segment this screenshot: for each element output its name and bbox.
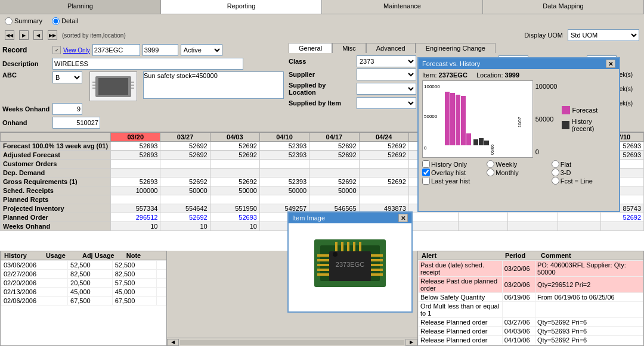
alert-cell: 04/10/06 — [502, 336, 535, 344]
nav-last-btn[interactable]: ▶▶ — [48, 30, 57, 40]
history-cell: 82,500 — [68, 270, 113, 279]
grid-header-0320: 03/20 — [111, 133, 160, 142]
opt-flat[interactable]: Flat — [552, 160, 615, 168]
nav-maintenance[interactable]: Maintenance — [322, 0, 483, 14]
tab-advanced[interactable]: Advanced — [366, 43, 416, 53]
svg-rect-16 — [371, 254, 383, 257]
history-cell: 03/06/2006 — [1, 261, 68, 270]
supplied-by-location-label: Supplied by Location — [289, 82, 354, 96]
alert-cell: 06/19/06 — [502, 293, 535, 302]
alert-cell: Qty=296512 Pri=2 — [535, 277, 643, 293]
nav-next-btn[interactable]: ◀ — [33, 30, 43, 40]
item-image-popup-close[interactable]: ✕ — [398, 214, 408, 222]
list-item: Past due (late) sched. receipt03/20/06PO… — [419, 261, 643, 277]
grid-cell — [210, 160, 259, 169]
grid-cell: 52692 — [160, 213, 210, 222]
scroll-right-btn[interactable]: ▶ — [405, 339, 417, 346]
alert-cell: Below Safety Quantity — [419, 293, 503, 302]
alert-table: Past due (late) sched. receipt03/20/06PO… — [418, 260, 643, 344]
alert-cell: Ord Mult less than or equal to 1 — [419, 302, 503, 318]
location-input[interactable] — [143, 44, 178, 56]
uom-select[interactable]: Std UOM — [568, 29, 639, 41]
grid-cell — [359, 160, 408, 169]
grid-cell — [210, 195, 259, 204]
record-icon[interactable]: ✓ — [52, 46, 61, 54]
opt-fcst-line-r[interactable]: Fcst = Line — [552, 177, 615, 185]
chart-right-side: 100000 50000 0 — [535, 80, 558, 158]
nav-planning[interactable]: Planning — [0, 0, 161, 14]
opt-monthly[interactable]: Monthly — [487, 169, 550, 176]
grid-header-0424: 04/24 — [359, 133, 408, 142]
grid-cell: 52692 — [210, 151, 259, 160]
summary-radio[interactable]: Summary — [5, 17, 42, 25]
list-item: Below Safety Quantity06/19/06From 06/19/… — [419, 293, 643, 302]
detail-radio[interactable]: Detail — [52, 17, 78, 25]
alert-scroll[interactable]: Past due (late) sched. receipt03/20/06PO… — [418, 260, 643, 344]
bar-h1 — [473, 139, 478, 145]
top-navigation: Planning Reporting Maintenance Data Mapp… — [0, 0, 644, 14]
view-only-link[interactable]: View Only — [63, 47, 90, 54]
grid-cell: 52393 — [259, 142, 309, 151]
opt-last-year[interactable]: Last year hist — [422, 177, 486, 185]
svg-rect-20 — [371, 273, 383, 276]
item-input[interactable] — [92, 44, 140, 56]
opt-history-only[interactable]: History Only — [422, 160, 486, 168]
grid-cell — [408, 222, 458, 231]
grid-cell — [459, 213, 508, 222]
abc-select[interactable]: B — [52, 71, 82, 83]
grid-cell: 52692 — [359, 142, 408, 151]
grid-cell: 52693 — [111, 151, 160, 160]
nav-reporting[interactable]: Reporting — [161, 0, 322, 14]
alert-cell — [535, 302, 643, 318]
alert-cell: 04/03/06 — [502, 327, 535, 336]
abc-label: ABC — [2, 71, 50, 79]
tab-misc[interactable]: Misc — [332, 43, 366, 53]
status-select[interactable]: Active — [181, 44, 222, 56]
bar-h3 — [484, 141, 489, 145]
weeks-onhand-input[interactable] — [52, 103, 82, 115]
grid-cell — [600, 222, 643, 231]
history-panel: History Usage Adj Usage Note 03/06/20065… — [0, 251, 167, 346]
forecast-popup-close[interactable]: ✕ — [606, 60, 615, 68]
alert-cell: Qty=52692 Pri=6 — [535, 318, 643, 327]
history-cell — [157, 279, 166, 288]
alert-cell: 03/20/06 — [502, 261, 535, 277]
history-cell — [157, 270, 166, 279]
opt-overlay-hist[interactable]: Overlay hist — [422, 169, 486, 176]
onhand-input[interactable] — [52, 117, 100, 129]
nav-prev-btn[interactable]: ▶ — [19, 30, 29, 40]
forecast-popup-content: Item: 2373EGC Location: 3999 100000 5000… — [419, 69, 619, 187]
alert-cell: PO: 406003RFL Supplier: Qty: 50000 — [535, 261, 643, 277]
tab-general[interactable]: General — [289, 43, 332, 53]
description-input[interactable] — [52, 58, 243, 70]
opt-weekly[interactable]: Weekly — [487, 160, 550, 168]
scroll-left-btn[interactable]: ◀ — [167, 339, 179, 346]
grid-cell — [309, 169, 359, 177]
grid-cell: 52393 — [259, 177, 309, 186]
nav-data-mapping[interactable]: Data Mapping — [483, 0, 644, 14]
supplied-by-item-select[interactable] — [357, 97, 416, 109]
chip-svg: 2373EGC — [302, 233, 398, 299]
supplier-select[interactable] — [357, 68, 416, 80]
supplied-by-location-select[interactable] — [357, 83, 416, 95]
opt-3d[interactable]: 3-D — [552, 169, 615, 176]
history-scroll[interactable]: 03/06/200652,50052,50002/27/200682,50082… — [1, 260, 166, 342]
notes-textarea[interactable]: Sun safety stock=450000 — [143, 71, 284, 99]
history-cell: 52,500 — [112, 261, 157, 270]
grid-cell — [558, 222, 600, 231]
list-item: 02/27/200682,50082,500 — [1, 270, 166, 279]
nav-first-btn[interactable]: ◀◀ — [5, 30, 14, 40]
alert-cell: Qty=52693 Pri=6 — [535, 327, 643, 336]
grid-cell — [309, 195, 359, 204]
grid-cell: 52692 — [309, 177, 359, 186]
alert-cell: Release Planned order — [419, 318, 503, 327]
grid-cell — [309, 160, 359, 169]
horizontal-scrollbar[interactable]: ◀ ▶ — [167, 338, 417, 346]
tab-engineering[interactable]: Engineering Change — [416, 43, 496, 53]
alert-cell: 03/27/06 — [502, 318, 535, 327]
class-select[interactable]: 2373 — [357, 55, 416, 67]
grid-cell — [359, 186, 408, 195]
svg-rect-22 — [341, 242, 343, 251]
grid-cell: 52692 — [359, 177, 408, 186]
usage-title: Usage — [42, 251, 69, 260]
